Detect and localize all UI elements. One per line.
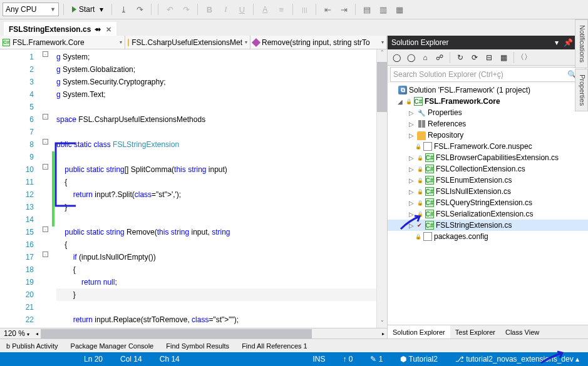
vertical-scrollbar[interactable]: ⌃ ⌄ <box>376 49 387 328</box>
publish-activity-tab[interactable]: b Publish Activity <box>0 339 64 352</box>
scroll-up-icon[interactable]: ⌃ <box>377 49 387 60</box>
fwd-button[interactable]: ◯ <box>405 51 417 64</box>
outline-toggle[interactable]: - <box>43 226 48 232</box>
pin-icon[interactable]: ⇴ <box>95 25 101 34</box>
close-icon[interactable]: ✕ <box>106 26 111 34</box>
package-manager-tab[interactable]: Package Manager Console <box>64 339 160 352</box>
pending-up[interactable]: ↑ 0 <box>334 355 361 363</box>
expand-icon[interactable]: ▷ <box>408 155 415 161</box>
chevron-down-icon: ▾ <box>381 39 384 45</box>
undo-button[interactable]: ↶ <box>163 3 177 16</box>
class-combo[interactable]: FSL.CsharpUsefulExtensionsMet▾ <box>125 36 250 49</box>
underline-button[interactable]: U <box>235 3 249 16</box>
scroll-right-icon[interactable]: ▸ <box>379 331 387 337</box>
method-combo[interactable]: Remove(string input, string strTo▾ <box>250 36 387 49</box>
indent-button[interactable]: ⇥ <box>337 3 351 16</box>
back-button[interactable]: ◯ <box>390 51 403 64</box>
showall-button[interactable]: ▦ <box>497 51 510 64</box>
outdent-button[interactable]: ⇤ <box>321 3 334 16</box>
csharp-file-node[interactable]: ▷🔒C#FSLCollectionExtension.cs <box>388 163 588 175</box>
file-node[interactable]: 🔒packages.config <box>388 231 588 242</box>
comment-button[interactable]: ▤ <box>360 3 374 16</box>
status-line: Ln 20 <box>75 355 111 363</box>
zoom-combo[interactable]: 120 % ▾ <box>0 329 33 338</box>
collapse-button[interactable]: ⊟ <box>483 51 495 64</box>
find-symbol-tab[interactable]: Find Symbol Results <box>160 339 235 352</box>
csharp-file-node[interactable]: ▷🔒C#FSLEnumExtension.cs <box>388 175 588 186</box>
scroll-down-icon[interactable]: ⌄ <box>377 317 387 328</box>
outline-toggle[interactable]: - <box>43 139 48 145</box>
solution-icon: ⧉ <box>398 86 407 94</box>
namespace-combo[interactable]: C#FSL.Framework.Core▾ <box>0 36 125 49</box>
outline-toggle[interactable]: - <box>43 252 48 257</box>
scroll-left-icon[interactable]: ◂ <box>33 331 41 337</box>
scrollbar-thumb[interactable] <box>41 329 312 338</box>
step-over-button[interactable]: ↷ <box>133 3 147 16</box>
pencil-icon: ✎ <box>370 355 376 363</box>
file-label: FSLEnumExtension.cs <box>436 176 512 185</box>
step-button[interactable]: ⤓ <box>116 3 130 16</box>
chevron-down-icon: ▼ <box>50 6 56 13</box>
references-node[interactable]: ▷References <box>388 118 588 130</box>
start-button[interactable]: Start▾ <box>68 3 107 16</box>
tab-test-explorer[interactable]: Test Explorer <box>450 325 500 338</box>
expand-icon[interactable]: ▷ <box>408 188 415 195</box>
expand-icon[interactable]: ▷ <box>408 200 415 206</box>
repo-indicator[interactable]: ⬢ Tutorial2 <box>391 355 446 363</box>
tab-class-view[interactable]: Class View <box>500 325 544 338</box>
scrollbar-thumb[interactable] <box>377 62 387 112</box>
branch-indicator[interactable]: ⎇ tutorial2_novas_extensions_dev ▴ <box>446 355 588 363</box>
csharp-file-node[interactable]: ▷🔒C#FSLBrowserCapabilitiesExtension.cs <box>388 152 588 163</box>
pending-edit[interactable]: ✎ 1 <box>361 355 391 363</box>
align-button[interactable]: ⫼ <box>297 3 311 16</box>
solution-explorer: Solution Explorer ▾ 📌 ✕ ◯ ◯ ⌂ ☍ ↻ ⟳ ⊟ ▦ … <box>388 36 588 338</box>
bookmark-button[interactable]: ▦ <box>393 3 406 16</box>
expand-icon[interactable]: ▷ <box>408 109 415 116</box>
properties-button[interactable]: 〈〉 <box>518 51 530 64</box>
file-label: FSLQueryStringExtension.cs <box>436 198 532 207</box>
csharp-file-node[interactable]: ▷🔒C#FSLIsNullExtension.cs <box>388 186 588 197</box>
outline-toggle[interactable]: - <box>43 51 48 57</box>
pin-icon[interactable]: 📌 <box>564 38 573 47</box>
properties-tab[interactable]: Properties <box>575 69 588 111</box>
expand-icon[interactable]: ▷ <box>408 177 415 184</box>
tab-solution-explorer[interactable]: Solution Explorer <box>388 325 450 338</box>
find-references-tab[interactable]: Find All References 1 <box>235 339 314 352</box>
folder-node[interactable]: ▷Repository <box>388 130 588 141</box>
horizontal-scrollbar[interactable]: ◂ ▸ <box>33 329 387 338</box>
lock-icon: 🔒 <box>417 200 423 206</box>
sync-button[interactable]: ↻ <box>454 51 467 64</box>
file-node[interactable]: 🔒FSL.Framework.Core.nuspec <box>388 141 588 152</box>
file-tab[interactable]: FSLStringExtension.cs ⇴ ✕ <box>4 22 116 36</box>
status-bar: Ln 20 Col 14 Ch 14 INS ↑ 0 ✎ 1 ⬢ Tutoria… <box>0 352 588 366</box>
code-area[interactable]: g System;g System.Globalization;g System… <box>56 49 376 328</box>
project-node[interactable]: ◢🔒C#FSL.Framework.Core <box>388 96 588 107</box>
solution-search[interactable]: Search Solution Explorer (Ctrl+ç) 🔍 ▾ <box>390 67 585 82</box>
expand-icon[interactable]: ▷ <box>408 121 415 128</box>
dropdown-icon[interactable]: ▾ <box>555 38 559 47</box>
properties-node[interactable]: ▷🔧Properties <box>388 107 588 118</box>
platform-combo[interactable]: Any CPU▼ <box>3 3 59 16</box>
italic-button[interactable]: I <box>219 3 232 16</box>
solution-node[interactable]: ⧉Solution 'FSL.Framework' (1 project) <box>388 84 588 96</box>
outline-toggle[interactable]: - <box>43 114 48 119</box>
notifications-tab[interactable]: Notifications <box>575 19 588 68</box>
bold-button[interactable]: B <box>202 3 216 16</box>
fontcolor-button[interactable]: A <box>258 3 272 16</box>
expand-icon[interactable]: ▷ <box>408 132 415 139</box>
expand-icon[interactable]: ◢ <box>396 98 404 105</box>
uncomment-button[interactable]: ▥ <box>376 3 390 16</box>
redo-button[interactable]: ↷ <box>179 3 193 16</box>
home-button[interactable]: ⌂ <box>419 51 431 64</box>
outline-toggle[interactable]: - <box>43 164 48 170</box>
expand-icon[interactable]: ▷ <box>408 166 415 173</box>
csharp-file-node[interactable]: ▷🔒C#FSLQueryStringExtension.cs <box>388 197 588 208</box>
scope-button[interactable]: ☍ <box>433 51 446 64</box>
upload-icon: ↑ <box>343 355 346 363</box>
solution-tree: ⧉Solution 'FSL.Framework' (1 project) ◢🔒… <box>388 83 588 325</box>
node-label: Repository <box>428 131 463 140</box>
file-label: FSLSerializationExtension.cs <box>436 210 533 218</box>
list-button[interactable]: ≡ <box>274 3 288 16</box>
namespace-label: FSL.Framework.Core <box>13 38 85 47</box>
refresh-button[interactable]: ⟳ <box>468 51 481 64</box>
